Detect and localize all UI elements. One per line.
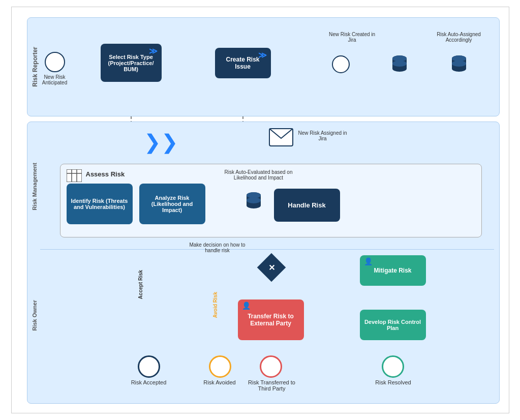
- transfer-risk-box[interactable]: 👤 Transfer Risk to External Party: [238, 299, 304, 340]
- risk-auto-evaluated-label: Risk Auto-Evaluated based on Likelihood …: [213, 169, 304, 181]
- sublane-management-label: Risk Management: [32, 163, 38, 211]
- develop-plan-box[interactable]: Develop Risk Control Plan: [360, 310, 426, 340]
- analyze-risk-box[interactable]: Analyze Risk (Likelihood and Impact): [139, 184, 205, 224]
- db-icon-assess: [243, 191, 264, 210]
- new-risk-anticipated-label: New Risk Anticipated: [35, 74, 75, 85]
- diagram-container: Risk Reporter Risk Management Risk Owner…: [11, 7, 509, 413]
- identify-risk-label: Identify Risk (Threats and Vulnerabiliti…: [71, 198, 129, 210]
- person-icon-transfer: 👤: [242, 302, 251, 310]
- assess-risk-label: Assess Risk: [86, 170, 125, 178]
- mitigate-risk-label: Mitigate Risk: [374, 267, 411, 274]
- sublane-divider: [40, 249, 494, 250]
- assess-risk-container: Assess Risk Identify Risk (Threats and V…: [60, 164, 482, 237]
- db-icon-reporter: [387, 52, 412, 75]
- develop-plan-label: Develop Risk Control Plan: [364, 319, 422, 331]
- make-decision-label: Make decision on how to handle risk: [185, 242, 251, 253]
- svg-rect-34: [67, 169, 82, 182]
- circle-after-create: [332, 55, 350, 73]
- jira-logo-management: ❯❯: [144, 130, 178, 154]
- svg-point-32: [452, 61, 466, 67]
- end-event-avoided: [209, 355, 231, 378]
- create-risk-box[interactable]: ≫ Create Risk Issue: [215, 48, 271, 78]
- svg-point-27: [392, 61, 407, 67]
- end-event-transferred: [260, 355, 282, 378]
- transfer-risk-label: Transfer Risk to External Party: [242, 313, 300, 327]
- jira-icon-create: ≫: [258, 50, 267, 60]
- sublane-owner-label: Risk Owner: [32, 300, 38, 331]
- new-risk-created-label: New Risk Created in Jira: [327, 32, 378, 43]
- end-event-resolved: [382, 355, 404, 378]
- identify-risk-box[interactable]: Identify Risk (Threats and Vulnerabiliti…: [67, 184, 133, 224]
- analyze-risk-label: Analyze Risk (Likelihood and Impact): [143, 195, 201, 213]
- new-risk-assigned-label: New Risk Assigned in Jira: [297, 130, 348, 141]
- avoid-risk-label: Avoid Risk: [212, 292, 218, 318]
- select-risk-label: Select Risk Type (Project/Practice/ BUM): [105, 54, 158, 72]
- end-event-accepted: [138, 355, 160, 378]
- risk-auto-assigned-label: Risk Auto-Assigned Accordingly: [429, 32, 490, 43]
- risk-transferred-label: Risk Transferred to Third Party: [247, 379, 297, 392]
- jira-icon-select: ≫: [149, 46, 158, 56]
- gateway-x-label: ✕: [268, 263, 274, 273]
- risk-resolved-label: Risk Resolved: [371, 379, 416, 385]
- db-icon-auto-assigned: [446, 52, 472, 75]
- accept-risk-label: Accept Risk: [138, 270, 143, 299]
- handle-risk-box[interactable]: Handle Risk: [274, 189, 340, 222]
- select-risk-type-box[interactable]: ≫ Select Risk Type (Project/Practice/ BU…: [101, 44, 162, 82]
- table-icon: [67, 169, 82, 184]
- risk-accepted-label: Risk Accepted: [126, 379, 172, 385]
- handle-risk-label: Handle Risk: [288, 201, 325, 209]
- person-icon-mitigate: 👤: [364, 257, 373, 265]
- mitigate-risk-box[interactable]: 👤 Mitigate Risk: [360, 255, 426, 286]
- start-event: [45, 52, 65, 72]
- risk-avoided-label: Risk Avoided: [198, 379, 241, 385]
- email-icon: [269, 128, 293, 146]
- svg-point-42: [247, 197, 261, 203]
